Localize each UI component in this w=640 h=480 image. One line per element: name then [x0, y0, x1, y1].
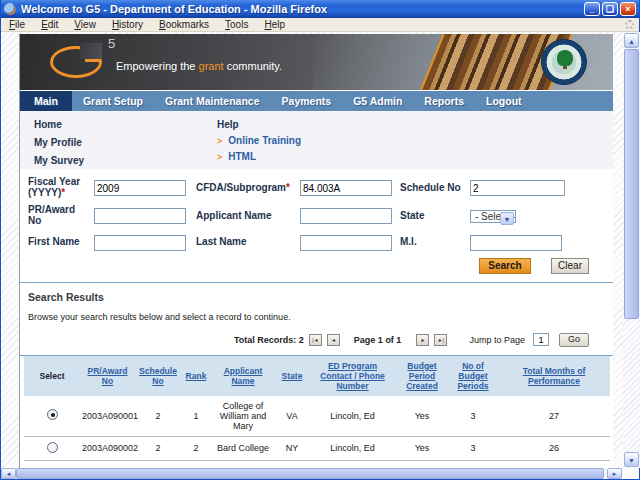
- arrow-bullet-icon: >: [217, 136, 222, 146]
- menu-bookmarks[interactable]: Bookmarks: [151, 19, 217, 30]
- col-total-months[interactable]: Total Months of Performance: [498, 356, 610, 396]
- titlebar[interactable]: Welcome to G5 - Department of Education …: [1, 0, 639, 18]
- scroll-right-icon[interactable]: ►: [607, 468, 622, 479]
- schedule-no-label: Schedule No: [400, 182, 470, 193]
- quicklinks-panel: Home My Profile My Survey Help >Online T…: [20, 111, 613, 169]
- link-online-training[interactable]: >Online Training: [217, 135, 301, 146]
- cfda-label: CFDA/Subprogram*: [196, 182, 300, 193]
- col-pr-award[interactable]: PR/Award No: [80, 356, 135, 396]
- nav-tab-payments[interactable]: Payments: [271, 91, 343, 111]
- menu-file[interactable]: File: [1, 19, 33, 30]
- state-label: State: [400, 210, 470, 221]
- mi-label: M.I.: [400, 236, 470, 247]
- fiscal-year-label: Fiscal Year (YYYY)*: [28, 176, 94, 198]
- scroll-left-icon[interactable]: ◄: [1, 468, 16, 479]
- results-title: Search Results: [20, 283, 613, 303]
- search-form: Fiscal Year (YYYY)* CFDA/Subprogram* Sch…: [20, 169, 613, 283]
- col-ed-contact[interactable]: ED Program Contact / Phone Number: [309, 356, 396, 396]
- banner-tagline: Empowering the grant community.: [116, 60, 282, 72]
- go-button[interactable]: Go: [559, 333, 589, 347]
- menu-view[interactable]: View: [66, 19, 104, 30]
- last-page-icon[interactable]: ►|: [434, 334, 447, 346]
- close-button-icon[interactable]: ×: [620, 2, 636, 16]
- row-select-radio[interactable]: [47, 409, 58, 420]
- throbber-icon: [625, 20, 634, 29]
- next-page-icon[interactable]: ►: [416, 334, 429, 346]
- table-row: 2003A090002 2 2 Bard College NY Lincoln,…: [24, 436, 610, 460]
- g5-logo-icon: [50, 46, 102, 78]
- search-button[interactable]: Search: [479, 258, 530, 274]
- firefox-icon: [4, 3, 16, 15]
- last-name-label: Last Name: [196, 236, 300, 247]
- results-table: Select PR/Award No Schedule No Rank Appl…: [24, 356, 610, 461]
- menu-history[interactable]: History: [104, 19, 151, 30]
- col-budget-periods[interactable]: No of Budget Periods: [448, 356, 498, 396]
- col-select: Select: [24, 356, 80, 396]
- horizontal-scrollbar[interactable]: ◄ ►: [1, 468, 623, 479]
- menu-tools[interactable]: Tools: [217, 19, 256, 30]
- pr-award-label: PR/Award No: [28, 204, 94, 226]
- nav-tab-logout[interactable]: Logout: [475, 91, 533, 111]
- pagination-top: Total Records: 2 |◄ ◄ Page 1 of 1 ► ►| J…: [20, 322, 613, 355]
- chevron-down-icon[interactable]: ▼: [500, 212, 514, 225]
- nav-tab-main[interactable]: Main: [20, 91, 72, 111]
- g5-banner: 5 Empowering the grant community.: [20, 34, 613, 90]
- search-results-section: Search Results Browse your search result…: [20, 283, 613, 480]
- scroll-down-icon[interactable]: ▼: [624, 452, 639, 467]
- col-schedule-no[interactable]: Schedule No: [135, 356, 181, 396]
- nav-tab-reports[interactable]: Reports: [413, 91, 475, 111]
- menu-edit[interactable]: Edit: [33, 19, 66, 30]
- browser-menubar: File Edit View History Bookmarks Tools H…: [1, 18, 639, 32]
- pr-award-input[interactable]: [94, 208, 186, 224]
- main-navbar: Main Grant Setup Grant Maintenance Payme…: [20, 91, 613, 111]
- horizontal-scrollbar-thumb[interactable]: [16, 468, 604, 479]
- scroll-up-icon[interactable]: ▲: [624, 33, 639, 48]
- col-state[interactable]: State: [275, 356, 309, 396]
- schedule-no-input[interactable]: [470, 180, 565, 196]
- vertical-scrollbar[interactable]: ▲ ▼: [623, 32, 640, 468]
- mi-input[interactable]: [470, 235, 562, 251]
- col-budget-created[interactable]: Budget Period Created: [396, 356, 448, 396]
- nav-tab-g5-admin[interactable]: G5 Admin: [342, 91, 413, 111]
- first-name-input[interactable]: [94, 235, 186, 251]
- link-html[interactable]: >HTML: [217, 151, 301, 162]
- col-applicant-name[interactable]: Applicant Name: [211, 356, 275, 396]
- g5-page: 5 Empowering the grant community. Main G…: [19, 34, 613, 480]
- table-row: 2003A090001 2 1 College of William and M…: [24, 396, 610, 437]
- link-home[interactable]: Home: [34, 119, 62, 130]
- firefox-window: Welcome to G5 - Department of Education …: [0, 0, 640, 480]
- jump-to-page-label: Jump to Page: [469, 335, 525, 345]
- fiscal-year-input[interactable]: [94, 180, 186, 196]
- row-select-radio[interactable]: [47, 442, 58, 453]
- total-records: Total Records: 2: [234, 335, 304, 345]
- menu-help[interactable]: Help: [256, 19, 293, 30]
- jump-to-page-input[interactable]: [533, 333, 549, 346]
- last-name-input[interactable]: [300, 235, 392, 251]
- results-instruction: Browse your search results below and sel…: [20, 303, 613, 322]
- state-select[interactable]: - Select -▼: [470, 210, 516, 223]
- link-my-profile[interactable]: My Profile: [34, 137, 82, 148]
- g5-logo-number: 5: [108, 36, 115, 51]
- browser-viewport: 5 Empowering the grant community. Main G…: [1, 32, 640, 468]
- clear-button[interactable]: Clear: [551, 258, 589, 274]
- col-rank[interactable]: Rank: [181, 356, 211, 396]
- doe-seal-icon: [541, 39, 587, 85]
- page-indicator: Page 1 of 1: [354, 335, 402, 345]
- arrow-bullet-icon: >: [217, 152, 222, 162]
- window-title: Welcome to G5 - Department of Education …: [21, 3, 584, 15]
- applicant-name-input[interactable]: [300, 208, 392, 224]
- first-name-label: First Name: [28, 236, 94, 247]
- applicant-name-label: Applicant Name: [196, 210, 300, 221]
- cfda-input[interactable]: [300, 180, 392, 196]
- prev-page-icon[interactable]: ◄: [327, 334, 340, 346]
- nav-tab-grant-maintenance[interactable]: Grant Maintenance: [154, 91, 271, 111]
- first-page-icon[interactable]: |◄: [309, 334, 322, 346]
- table-header-row: Select PR/Award No Schedule No Rank Appl…: [24, 356, 610, 396]
- help-heading: Help: [217, 119, 301, 130]
- vertical-scrollbar-thumb[interactable]: [624, 49, 639, 319]
- maximize-button-icon[interactable]: ❏: [602, 2, 618, 16]
- minimize-button-icon[interactable]: _: [584, 2, 600, 16]
- nav-tab-grant-setup[interactable]: Grant Setup: [72, 91, 154, 111]
- link-my-survey[interactable]: My Survey: [34, 155, 84, 166]
